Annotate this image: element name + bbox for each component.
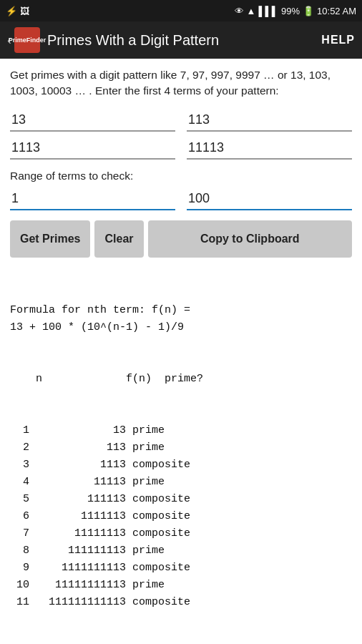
app-logo: Prime Finder: [14, 27, 40, 53]
battery-icon: 🔋: [303, 6, 314, 16]
term-inputs: [10, 109, 352, 160]
title-bar: ‹ Prime Finder Primes With a Digit Patte…: [0, 21, 362, 59]
table-row: 8 111111113 prime: [10, 542, 352, 560]
get-primes-button[interactable]: Get Primes: [10, 220, 90, 258]
table-row: 3 1113 composite: [10, 457, 352, 474]
results-area: Formula for nth term: f(n) = 13 + 100 * …: [10, 268, 352, 644]
table-row: 5 111113 composite: [10, 491, 352, 508]
table-row: 2 113 prime: [10, 439, 352, 457]
time-label: 10:52 AM: [317, 6, 356, 16]
main-content: Get primes with a digit pattern like 7, …: [0, 59, 362, 644]
table-row: 4 11113 prime: [10, 474, 352, 491]
term1-input[interactable]: [10, 109, 175, 132]
page-title: Primes With a Digit Pattern: [47, 32, 321, 49]
range-inputs: [10, 188, 352, 210]
range-to-input[interactable]: [187, 188, 352, 210]
table-row: 11 111111111113 composite: [10, 594, 352, 611]
table-row: 6 1111113 composite: [10, 508, 352, 525]
clear-button[interactable]: Clear: [94, 220, 143, 258]
table-row: 9 1111111113 composite: [10, 560, 352, 577]
action-buttons: Get Primes Clear Copy to Clipboard: [10, 220, 352, 258]
status-right: 👁 ▲ ▌▌▌ 99% 🔋 10:52 AM: [235, 6, 356, 16]
status-bar: ⚡ 🖼 👁 ▲ ▌▌▌ 99% 🔋 10:52 AM: [0, 0, 362, 21]
table-row: 7 11111113 composite: [10, 525, 352, 542]
camera-icon: 🖼: [20, 6, 29, 16]
table-row: 1 13 prime: [10, 422, 352, 439]
status-left: ⚡ 🖼: [6, 6, 29, 16]
range-label: Range of terms to check:: [10, 170, 352, 182]
term3-input[interactable]: [10, 137, 175, 160]
table-header: n f(n) prime?: [10, 371, 352, 388]
usb-icon: ⚡: [6, 6, 17, 16]
help-button[interactable]: HELP: [321, 34, 355, 47]
table-row: 10 11111111113 prime: [10, 577, 352, 594]
term4-input[interactable]: [187, 137, 352, 160]
description-text: Get primes with a digit pattern like 7, …: [10, 67, 352, 99]
battery-label: 99%: [281, 6, 300, 16]
signal-icon: ▌▌▌: [258, 6, 278, 16]
term2-input[interactable]: [187, 109, 352, 132]
eye-icon: 👁: [235, 6, 244, 16]
copy-clipboard-button[interactable]: Copy to Clipboard: [148, 220, 352, 258]
formula-text: Formula for nth term: f(n) = 13 + 100 * …: [10, 302, 352, 336]
results-rows: 1 13 prime 2 113 prime 3 1113 composite …: [10, 422, 352, 611]
wifi-icon: ▲: [247, 6, 256, 16]
range-from-input[interactable]: [10, 188, 175, 210]
